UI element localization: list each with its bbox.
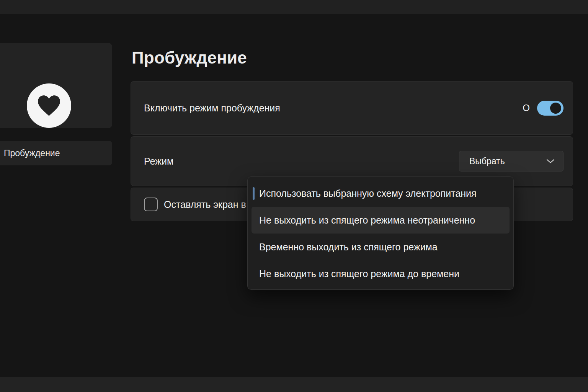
screen-checkbox-label: Оставлять экран в (164, 199, 246, 210)
mode-dropdown-menu: Использовать выбранную схему электропита… (247, 176, 514, 290)
menu-item-temporary-wake[interactable]: Временно выходить из спящего режима (252, 234, 510, 260)
sidebar-item-label: Пробуждение (4, 148, 60, 158)
menu-item-label: Использовать выбранную схему электропита… (259, 188, 477, 199)
wake-toggle-switch[interactable] (537, 101, 564, 116)
menu-item-label: Не выходить из спящего режима до времени (259, 268, 459, 279)
page-title: Пробуждение (132, 48, 247, 67)
toggle-state-label: О (523, 103, 530, 113)
heart-icon (27, 83, 71, 128)
toggle-thumb (550, 103, 561, 114)
window-bottom-band (0, 377, 588, 392)
menu-item-label: Не выходить из спящего режима неотраниче… (259, 215, 475, 226)
sidebar-item-wake[interactable]: Пробуждение (0, 141, 112, 165)
window-top-band (0, 0, 588, 14)
wake-toggle-label: Включить режим пробуждения (144, 103, 280, 114)
menu-item-no-wake-unlimited[interactable]: Не выходить из спящего режима неотраниче… (252, 207, 510, 234)
screen-checkbox[interactable] (144, 198, 158, 211)
menu-item-label: Временно выходить из спящего режима (259, 242, 438, 253)
setting-row-wake-toggle: Включить режим пробуждения О (131, 81, 573, 135)
menu-item-no-wake-until-time[interactable]: Не выходить из спящего режима до времени (252, 260, 510, 287)
mode-dropdown-button[interactable]: Выбрать (459, 151, 564, 172)
mode-label: Режим (144, 156, 173, 167)
selected-indicator (253, 187, 255, 200)
mode-dropdown-button-label: Выбрать (469, 156, 505, 167)
chevron-down-icon (546, 158, 555, 164)
app-hero-tile[interactable] (0, 43, 112, 128)
settings-window: { "window": { "page_title": "Пробуждение… (0, 0, 588, 392)
menu-item-power-scheme[interactable]: Использовать выбранную схему электропита… (252, 180, 510, 207)
